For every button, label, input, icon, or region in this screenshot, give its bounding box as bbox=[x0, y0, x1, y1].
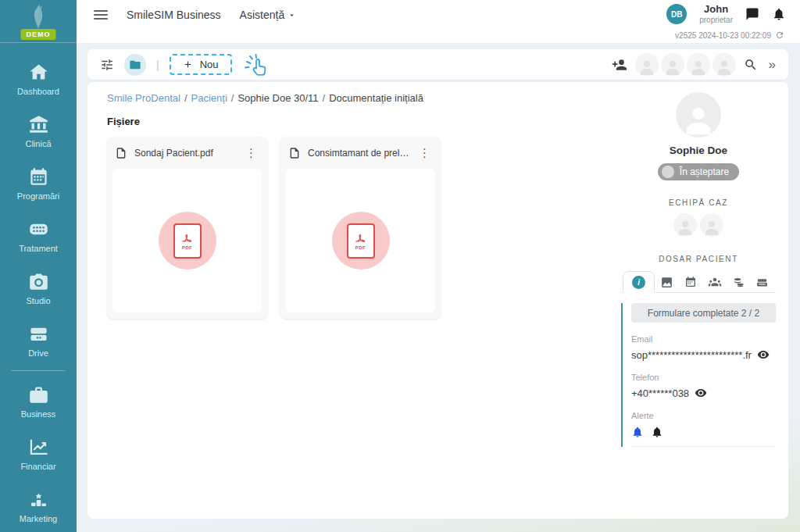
tab-info[interactable]: i bbox=[623, 271, 655, 293]
user-avatar[interactable]: DB bbox=[666, 4, 687, 24]
photos-icon bbox=[660, 276, 673, 289]
tab-payments[interactable] bbox=[727, 272, 751, 292]
file-name[interactable]: Sondaj Pacient.pdf bbox=[134, 148, 236, 159]
drive-toolbar: | Nou » bbox=[88, 49, 788, 80]
email-value: sop************************.fr bbox=[631, 349, 752, 361]
sidebar: DEMO Dashboard Clinică Programări bbox=[0, 0, 77, 532]
breadcrumb: Smile ProDental / Pacienți / Sophie Doe … bbox=[107, 92, 613, 104]
case-team-avatar[interactable] bbox=[673, 213, 697, 237]
file-preview[interactable]: PDF bbox=[286, 169, 435, 312]
hamburger-menu-icon[interactable] bbox=[94, 8, 108, 22]
pdf-logo-icon bbox=[354, 232, 368, 245]
breadcrumb-clinic[interactable]: Smile ProDental bbox=[107, 92, 180, 104]
sidebar-divider bbox=[11, 370, 66, 371]
breadcrumb-folder: Documentație inițială bbox=[329, 92, 423, 104]
tab-photos[interactable] bbox=[655, 272, 679, 292]
breadcrumb-patients[interactable]: Pacienți bbox=[191, 92, 227, 104]
home-icon bbox=[28, 62, 49, 83]
tab-appointments[interactable] bbox=[679, 272, 703, 292]
patient-name: Sophie Doe bbox=[670, 145, 727, 156]
sidebar-item-marketing[interactable]: Marketing bbox=[0, 480, 77, 532]
breadcrumb-patient[interactable]: Sophie Doe 30/11 bbox=[238, 92, 318, 104]
case-team-avatar[interactable] bbox=[700, 213, 723, 237]
refresh-icon[interactable] bbox=[775, 30, 784, 40]
folder-button[interactable] bbox=[124, 54, 146, 76]
main-content: Smile ProDental / Pacienți / Sophie Doe … bbox=[88, 82, 788, 519]
kebab-menu-icon[interactable]: ⋮ bbox=[243, 146, 259, 160]
calendar-icon bbox=[684, 276, 697, 288]
alert-bell-active-icon[interactable] bbox=[631, 426, 644, 438]
app-logo[interactable]: DEMO bbox=[0, 0, 77, 43]
search-icon[interactable] bbox=[744, 58, 758, 72]
sidebar-item-drive[interactable]: Drive bbox=[0, 314, 77, 366]
top-header: SmileSIM Business Asistență DB John prop… bbox=[77, 0, 800, 43]
phone-label: Telefon bbox=[631, 373, 776, 382]
person-add-icon[interactable] bbox=[612, 57, 627, 73]
briefcase-icon bbox=[28, 384, 49, 405]
status-dot-icon bbox=[662, 166, 674, 178]
person-icon bbox=[638, 58, 656, 77]
toolbar-separator: | bbox=[156, 59, 159, 71]
team-avatar[interactable] bbox=[635, 53, 659, 77]
clinic-icon bbox=[28, 114, 49, 135]
kebab-menu-icon[interactable]: ⋮ bbox=[416, 146, 433, 160]
file-card: Consimtamant de prelu... ⋮ PDF bbox=[280, 137, 441, 319]
sidebar-item-appointments[interactable]: Programări bbox=[0, 157, 77, 209]
tab-team[interactable] bbox=[702, 272, 727, 292]
terminal-icon bbox=[755, 276, 769, 289]
pdf-badge: PDF bbox=[159, 212, 216, 270]
alert-bell-icon[interactable] bbox=[651, 426, 663, 438]
chevron-down-icon bbox=[288, 11, 296, 20]
sidebar-item-dashboard[interactable]: Dashboard bbox=[0, 52, 77, 105]
camera-icon bbox=[28, 271, 49, 292]
assistance-menu[interactable]: Asistență bbox=[240, 9, 297, 21]
user-menu[interactable]: John proprietar bbox=[699, 4, 733, 23]
email-label: Email bbox=[631, 334, 776, 344]
podium-icon bbox=[28, 489, 49, 510]
reveal-phone-eye-icon[interactable] bbox=[695, 387, 707, 399]
filter-icon[interactable] bbox=[100, 58, 114, 72]
file-name[interactable]: Consimtamant de prelu... bbox=[308, 148, 409, 159]
person-icon bbox=[676, 218, 695, 237]
tab-terminal[interactable] bbox=[750, 272, 774, 292]
drive-icon bbox=[28, 323, 49, 345]
team-avatar[interactable] bbox=[661, 53, 684, 77]
files-section-title: Fișiere bbox=[107, 116, 613, 127]
sidebar-item-treatment[interactable]: Tratament bbox=[0, 209, 77, 262]
person-icon bbox=[702, 218, 721, 237]
team-avatar[interactable] bbox=[687, 53, 710, 77]
chat-icon[interactable] bbox=[745, 7, 759, 21]
app-title: SmileSIM Business bbox=[127, 9, 221, 21]
sidebar-item-financial[interactable]: Financiar bbox=[0, 427, 77, 480]
case-team-avatars bbox=[673, 213, 723, 237]
version-text: v2525 2024-10-23 00:22:09 bbox=[675, 31, 771, 40]
person-icon bbox=[663, 58, 682, 77]
file-preview[interactable]: PDF bbox=[112, 169, 262, 312]
files-area: Smile ProDental / Pacienți / Sophie Doe … bbox=[88, 82, 621, 519]
dental-chart-icon bbox=[28, 219, 49, 240]
folder-icon bbox=[129, 59, 141, 71]
panel-divider bbox=[631, 446, 776, 447]
status-badge[interactable]: În așteptare bbox=[658, 163, 739, 180]
sidebar-item-studio[interactable]: Studio bbox=[0, 262, 77, 314]
reveal-email-eye-icon[interactable] bbox=[757, 348, 770, 361]
dossier-caption: DOSAR PACIENT bbox=[659, 255, 738, 263]
sidebar-item-clinic[interactable]: Clinică bbox=[0, 105, 77, 157]
person-icon bbox=[689, 58, 708, 77]
bell-icon[interactable] bbox=[772, 7, 786, 21]
sidebar-item-business[interactable]: Business bbox=[0, 375, 77, 427]
forms-completed-button[interactable]: Formulare completate 2 / 2 bbox=[631, 303, 776, 323]
team-icon bbox=[708, 275, 722, 289]
expand-toolbar-icon[interactable]: » bbox=[769, 57, 776, 73]
click-hand-icon bbox=[244, 54, 275, 82]
phone-value: +40******038 bbox=[631, 387, 689, 399]
pdf-logo-icon bbox=[180, 232, 195, 245]
patient-panel: Sophie Doe În așteptare ECHIPĂ CAZ DOSAR… bbox=[621, 82, 788, 519]
payments-icon bbox=[732, 276, 745, 289]
pdf-badge: PDF bbox=[332, 212, 390, 270]
team-avatar[interactable] bbox=[712, 53, 736, 77]
demo-badge: DEMO bbox=[21, 29, 56, 40]
patient-info-pane: Formulare completate 2 / 2 Email sop****… bbox=[621, 303, 776, 447]
patient-avatar[interactable] bbox=[676, 92, 721, 137]
new-button[interactable]: Nou bbox=[170, 54, 232, 75]
